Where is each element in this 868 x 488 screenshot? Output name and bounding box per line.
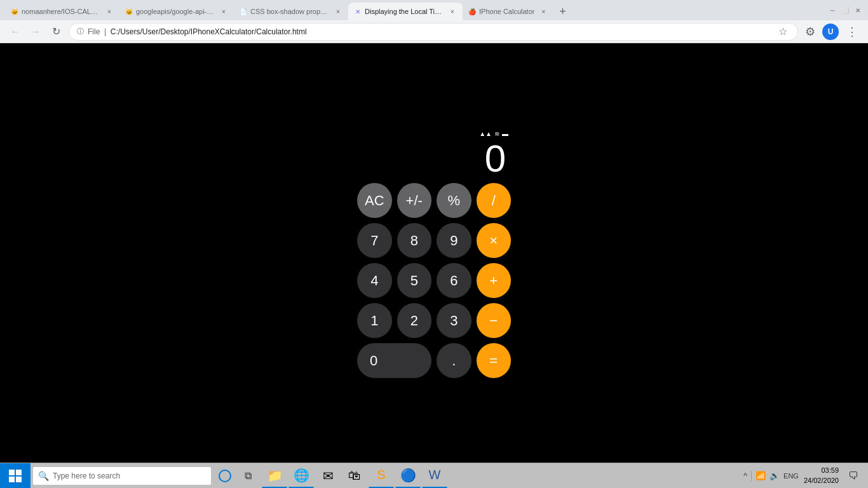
taskbar-search[interactable]: 🔍 Type here to search — [33, 467, 211, 485]
button-row-3: 4 5 6 + — [357, 263, 511, 298]
tab-title-3: CSS box-shadow property — [250, 8, 329, 15]
zero-button[interactable]: 0 — [357, 343, 431, 378]
network-icon[interactable]: 📶 — [756, 471, 766, 480]
multiply-button[interactable]: × — [477, 223, 512, 258]
six-button[interactable]: 6 — [437, 263, 471, 298]
close-window-button[interactable]: ✕ — [853, 5, 863, 15]
windows-logo-icon — [9, 470, 22, 482]
profile-avatar[interactable]: U — [822, 24, 839, 40]
url-path: C:/Users/User/Desktop/IPhoneXCalculator/… — [111, 27, 307, 36]
edge-icon: 🌐 — [294, 468, 309, 483]
percent-button[interactable]: % — [437, 183, 471, 218]
cortana-button[interactable] — [214, 464, 236, 487]
tab-title-2: googleapis/google-api-pythor… — [136, 8, 215, 15]
button-row-1: AC +/- % / — [357, 183, 511, 218]
button-row-4: 1 2 3 − — [357, 303, 511, 338]
menu-button[interactable]: ⋮ — [844, 24, 860, 40]
four-button[interactable]: 4 — [357, 263, 392, 298]
taskbar-apps: 📁 🌐 ✉ 🛍 S 🔵 W — [259, 464, 738, 488]
clock-time: 03:59 — [804, 466, 839, 475]
tab-2[interactable]: 🐱 googleapis/google-api-pythor… × — [119, 3, 234, 20]
forward-button[interactable]: → — [28, 24, 43, 39]
chrome-icon: 🔵 — [400, 468, 416, 483]
tab-5[interactable]: 🍎 IPhone Calculator × — [463, 3, 553, 20]
browser-chrome: 🐱 nomaanhere/IOS-CALCULATO… × 🐱 googleap… — [0, 0, 868, 43]
tab-favicon-5: 🍎 — [468, 7, 477, 16]
window-controls: ─ ⬜ ✕ — [827, 5, 863, 15]
tab-favicon-2: 🐱 — [125, 7, 133, 16]
word-icon: W — [429, 468, 441, 482]
taskbar-mail[interactable]: ✉ — [315, 464, 341, 488]
equals-button[interactable]: = — [477, 343, 511, 378]
title-bar: 🐱 nomaanhere/IOS-CALCULATO… × 🐱 googleap… — [0, 0, 868, 20]
minimize-button[interactable]: ─ — [827, 5, 837, 15]
tab-close-5[interactable]: × — [538, 6, 548, 17]
url-bar[interactable]: ⓘ File | C:/Users/User/Desktop/IPhoneXCa… — [69, 23, 798, 41]
ac-button[interactable]: AC — [357, 183, 392, 218]
bookmark-icon[interactable]: ☆ — [776, 25, 790, 39]
store-icon: 🛍 — [348, 468, 361, 483]
taskbar-search-placeholder: Type here to search — [53, 471, 206, 480]
three-button[interactable]: 3 — [437, 303, 471, 338]
decimal-button[interactable]: . — [437, 343, 471, 378]
one-button[interactable]: 1 — [357, 303, 392, 338]
taskbar-word[interactable]: W — [422, 464, 447, 488]
eight-button[interactable]: 8 — [397, 223, 432, 258]
tab-bar: 🐱 nomaanhere/IOS-CALCULATO… × 🐱 googleap… — [5, 0, 822, 20]
tray-separator — [751, 471, 752, 481]
maximize-button[interactable]: ⬜ — [840, 5, 850, 15]
lock-icon: ⓘ — [77, 27, 84, 36]
five-button[interactable]: 5 — [397, 263, 432, 298]
address-right: ⚙ U ⋮ — [803, 24, 860, 40]
battery-icon: ▬ — [502, 130, 508, 137]
tab-close-3[interactable]: × — [333, 6, 343, 17]
clock-date: 24/02/2020 — [804, 476, 839, 485]
system-clock[interactable]: 03:59 24/02/2020 — [804, 466, 839, 485]
button-row-2: 7 8 9 × — [357, 223, 511, 258]
signal-icon: ▲▲ — [479, 130, 492, 137]
tab-title-4: Displaying the Local Time of A… — [365, 8, 444, 15]
extensions-icon[interactable]: ⚙ — [803, 25, 817, 39]
taskbar-search-icon: 🔍 — [38, 471, 49, 481]
two-button[interactable]: 2 — [397, 303, 432, 338]
toggle-sign-button[interactable]: +/- — [397, 183, 432, 218]
taskbar-sublime[interactable]: S — [369, 464, 394, 488]
tab-1[interactable]: 🐱 nomaanhere/IOS-CALCULATO… × — [5, 3, 119, 20]
new-tab-button[interactable]: + — [553, 3, 571, 20]
reload-button[interactable]: ↻ — [48, 24, 64, 39]
calculator: ▲▲ ≋ ▬ 0 AC +/- % / 7 8 9 × 4 — [355, 128, 513, 378]
taskbar-right: ^ 📶 🔊 ENG 03:59 24/02/2020 🗨 — [738, 463, 868, 489]
taskbar-file-explorer[interactable]: 📁 — [262, 464, 287, 488]
mail-icon: ✉ — [323, 468, 334, 484]
back-button[interactable]: ← — [8, 24, 23, 39]
taskbar-edge[interactable]: 🌐 — [288, 464, 314, 488]
tab-4[interactable]: ✕ Displaying the Local Time of A… × — [348, 3, 463, 20]
notification-button[interactable]: 🗨 — [844, 463, 863, 489]
task-view-button[interactable]: ⧉ — [236, 463, 259, 489]
taskbar: 🔍 Type here to search ⧉ 📁 🌐 ✉ 🛍 S � — [0, 463, 868, 488]
tab-close-4[interactable]: × — [447, 6, 458, 17]
tab-favicon-1: 🐱 — [10, 7, 19, 16]
calculator-buttons: AC +/- % / 7 8 9 × 4 5 6 + 1 2 — [355, 183, 513, 378]
tab-title-5: IPhone Calculator — [479, 8, 534, 15]
subtract-button[interactable]: − — [477, 303, 512, 338]
tab-close-2[interactable]: × — [219, 6, 229, 17]
tab-favicon-3: 📄 — [239, 7, 248, 16]
seven-button[interactable]: 7 — [357, 223, 392, 258]
address-bar: ← → ↻ ⓘ File | C:/Users/User/Desktop/IPh… — [0, 20, 868, 43]
calculator-display: 0 — [355, 140, 513, 183]
language-indicator[interactable]: ENG — [783, 472, 799, 480]
url-protocol: File | — [88, 27, 111, 36]
nine-button[interactable]: 9 — [437, 223, 471, 258]
start-button[interactable] — [0, 463, 31, 489]
tab-3[interactable]: 📄 CSS box-shadow property × — [234, 3, 348, 20]
volume-icon[interactable]: 🔊 — [770, 471, 780, 480]
taskbar-store[interactable]: 🛍 — [342, 464, 367, 488]
taskbar-chrome[interactable]: 🔵 — [395, 464, 421, 488]
tab-close-1[interactable]: × — [104, 6, 114, 17]
add-button[interactable]: + — [477, 263, 512, 298]
task-view-icon: ⧉ — [245, 470, 252, 482]
notification-icon: 🗨 — [848, 470, 858, 482]
divide-button[interactable]: / — [477, 183, 512, 218]
tray-expand-icon[interactable]: ^ — [743, 471, 747, 480]
